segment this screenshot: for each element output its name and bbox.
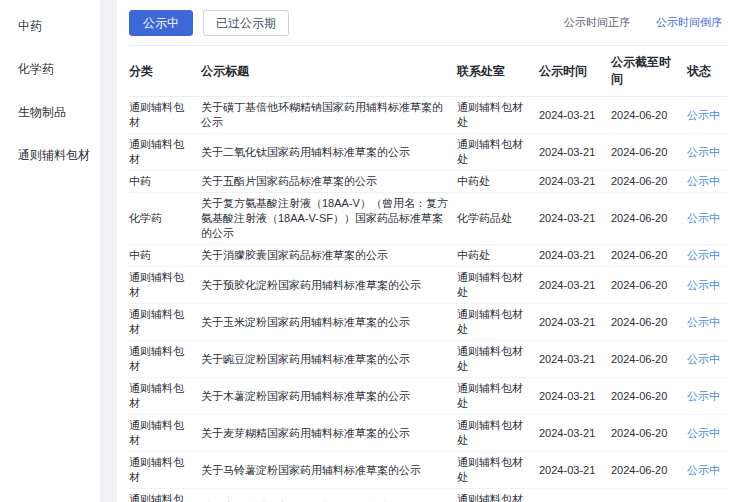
sidebar-item-2[interactable]: 生物制品 xyxy=(0,91,100,134)
row-start-date: 2024-03-21 xyxy=(539,304,611,341)
announcement-title[interactable]: 关于玉米淀粉国家药用辅料标准草案的公示 xyxy=(201,304,457,341)
row-end-date: 2024-06-20 xyxy=(611,171,687,193)
row-end-date: 2024-06-20 xyxy=(611,378,687,415)
row-end-date: 2024-06-20 xyxy=(611,341,687,378)
row-start-date: 2024-03-21 xyxy=(539,97,611,134)
row-office: 通则辅料包材处 xyxy=(457,452,539,489)
row-office: 通则辅料包材处 xyxy=(457,489,539,502)
row-office: 通则辅料包材处 xyxy=(457,378,539,415)
row-office: 化学药品处 xyxy=(457,193,539,245)
status-link[interactable]: 公示中 xyxy=(687,134,729,171)
row-office: 通则辅料包材处 xyxy=(457,415,539,452)
row-office: 通则辅料包材处 xyxy=(457,304,539,341)
status-link[interactable]: 公示中 xyxy=(687,171,729,193)
row-start-date: 2024-03-21 xyxy=(539,452,611,489)
table-row[interactable]: 中药 关于消朦胶囊国家药品标准草案的公示 中药处 2024-03-21 2024… xyxy=(129,245,729,267)
row-start-date: 2024-03-21 xyxy=(539,193,611,245)
status-link[interactable]: 公示中 xyxy=(687,267,729,304)
table-row[interactable]: 通则辅料包材 关于马铃薯淀粉国家药用辅料标准草案的公示 通则辅料包材处 2024… xyxy=(129,452,729,489)
tab-in-publicity[interactable]: 公示中 xyxy=(129,10,193,36)
announcement-table: 分类 公示标题 联系处室 公示时间 公示截至时间 状态 通则辅料包材 关于磺丁基… xyxy=(129,45,729,502)
row-category: 通则辅料包材 xyxy=(129,489,201,502)
row-category: 通则辅料包材 xyxy=(129,378,201,415)
row-start-date: 2024-03-21 xyxy=(539,378,611,415)
announcement-title[interactable]: 关于木薯淀粉国家药用辅料标准草案的公示 xyxy=(201,378,457,415)
row-end-date: 2024-06-20 xyxy=(611,245,687,267)
status-link[interactable]: 公示中 xyxy=(687,415,729,452)
row-start-date: 2024-03-21 xyxy=(539,171,611,193)
sidebar-item-3[interactable]: 通则辅料包材 xyxy=(0,134,100,177)
row-category: 通则辅料包材 xyxy=(129,267,201,304)
status-link[interactable]: 公示中 xyxy=(687,378,729,415)
sort-time-descending-link[interactable]: 公示时间倒序 xyxy=(656,15,722,30)
announcement-title[interactable]: 关于五酯片国家药品标准草案的公示 xyxy=(201,171,457,193)
table-row[interactable]: 化学药 关于复方氨基酸注射液（18AA-V）（曾用名：复方氨基酸注射液（18AA… xyxy=(129,193,729,245)
table-row[interactable]: 通则辅料包材 关于豌豆淀粉国家药用辅料标准草案的公示 通则辅料包材处 2024-… xyxy=(129,341,729,378)
status-link[interactable]: 公示中 xyxy=(687,97,729,134)
header-category: 分类 xyxy=(129,46,201,97)
table-row[interactable]: 通则辅料包材 关于木薯淀粉国家药用辅料标准草案的公示 通则辅料包材处 2024-… xyxy=(129,378,729,415)
row-office: 通则辅料包材处 xyxy=(457,97,539,134)
row-category: 通则辅料包材 xyxy=(129,97,201,134)
row-office: 通则辅料包材处 xyxy=(457,341,539,378)
header-end-time: 公示截至时间 xyxy=(611,46,687,97)
status-link[interactable]: 公示中 xyxy=(687,304,729,341)
row-end-date: 2024-06-20 xyxy=(611,97,687,134)
announcement-title[interactable]: 关于复方氨基酸注射液（18AA-V）（曾用名：复方氨基酸注射液（18AA-V-S… xyxy=(201,193,457,245)
sidebar-divider xyxy=(100,0,117,502)
announcement-title[interactable]: 关于马铃薯淀粉国家药用辅料标准草案的公示 xyxy=(201,452,457,489)
table-row[interactable]: 通则辅料包材 关于磺丁基倍他环糊精钠国家药用辅料标准草案的公示 通则辅料包材处 … xyxy=(129,97,729,134)
header-office: 联系处室 xyxy=(457,46,539,97)
row-category: 通则辅料包材 xyxy=(129,304,201,341)
status-link[interactable]: 公示中 xyxy=(687,489,729,502)
row-start-date: 2024-03-21 xyxy=(539,489,611,502)
page: 中药 化学药 生物制品 通则辅料包材 公示中 已过公示期 公示时间正序 公示时间… xyxy=(0,0,730,502)
row-start-date: 2024-03-21 xyxy=(539,415,611,452)
sidebar-item-0[interactable]: 中药 xyxy=(0,5,100,48)
row-start-date: 2024-03-21 xyxy=(539,341,611,378)
header-title: 公示标题 xyxy=(201,46,457,97)
row-end-date: 2024-06-20 xyxy=(611,193,687,245)
status-link[interactable]: 公示中 xyxy=(687,193,729,245)
announcement-title[interactable]: 关于小麦淀粉国家药用辅料标准草案的公示 xyxy=(201,489,457,502)
main-panel: 公示中 已过公示期 公示时间正序 公示时间倒序 分类 公示标题 联系处室 公示时… xyxy=(117,0,730,502)
status-link[interactable]: 公示中 xyxy=(687,452,729,489)
row-end-date: 2024-06-20 xyxy=(611,304,687,341)
row-end-date: 2024-06-20 xyxy=(611,489,687,502)
row-category: 通则辅料包材 xyxy=(129,341,201,378)
row-office: 通则辅料包材处 xyxy=(457,134,539,171)
announcement-title[interactable]: 关于豌豆淀粉国家药用辅料标准草案的公示 xyxy=(201,341,457,378)
announcement-title[interactable]: 关于预胶化淀粉国家药用辅料标准草案的公示 xyxy=(201,267,457,304)
row-category: 化学药 xyxy=(129,193,201,245)
announcement-title[interactable]: 关于麦芽糊精国家药用辅料标准草案的公示 xyxy=(201,415,457,452)
sort-time-ascending-link[interactable]: 公示时间正序 xyxy=(564,15,630,30)
table-row[interactable]: 通则辅料包材 关于小麦淀粉国家药用辅料标准草案的公示 通则辅料包材处 2024-… xyxy=(129,489,729,502)
table-row[interactable]: 通则辅料包材 关于玉米淀粉国家药用辅料标准草案的公示 通则辅料包材处 2024-… xyxy=(129,304,729,341)
row-end-date: 2024-06-20 xyxy=(611,134,687,171)
table-row[interactable]: 通则辅料包材 关于二氧化钛国家药用辅料标准草案的公示 通则辅料包材处 2024-… xyxy=(129,134,729,171)
row-category: 中药 xyxy=(129,171,201,193)
announcement-title[interactable]: 关于消朦胶囊国家药品标准草案的公示 xyxy=(201,245,457,267)
status-link[interactable]: 公示中 xyxy=(687,245,729,267)
row-office: 中药处 xyxy=(457,245,539,267)
header-start-time: 公示时间 xyxy=(539,46,611,97)
row-start-date: 2024-03-21 xyxy=(539,267,611,304)
row-office: 中药处 xyxy=(457,171,539,193)
row-start-date: 2024-03-21 xyxy=(539,134,611,171)
row-start-date: 2024-03-21 xyxy=(539,245,611,267)
announcement-title[interactable]: 关于磺丁基倍他环糊精钠国家药用辅料标准草案的公示 xyxy=(201,97,457,134)
row-end-date: 2024-06-20 xyxy=(611,452,687,489)
row-category: 通则辅料包材 xyxy=(129,452,201,489)
table-row[interactable]: 通则辅料包材 关于麦芽糊精国家药用辅料标准草案的公示 通则辅料包材处 2024-… xyxy=(129,415,729,452)
sidebar-item-1[interactable]: 化学药 xyxy=(0,48,100,91)
table-header-row: 分类 公示标题 联系处室 公示时间 公示截至时间 状态 xyxy=(129,46,729,97)
row-category: 通则辅料包材 xyxy=(129,134,201,171)
announcement-title[interactable]: 关于二氧化钛国家药用辅料标准草案的公示 xyxy=(201,134,457,171)
table-row[interactable]: 通则辅料包材 关于预胶化淀粉国家药用辅料标准草案的公示 通则辅料包材处 2024… xyxy=(129,267,729,304)
category-sidebar: 中药 化学药 生物制品 通则辅料包材 xyxy=(0,0,100,502)
toolbar: 公示中 已过公示期 公示时间正序 公示时间倒序 xyxy=(129,0,722,45)
tab-past-publicity[interactable]: 已过公示期 xyxy=(203,10,289,36)
status-link[interactable]: 公示中 xyxy=(687,341,729,378)
row-end-date: 2024-06-20 xyxy=(611,267,687,304)
table-row[interactable]: 中药 关于五酯片国家药品标准草案的公示 中药处 2024-03-21 2024-… xyxy=(129,171,729,193)
